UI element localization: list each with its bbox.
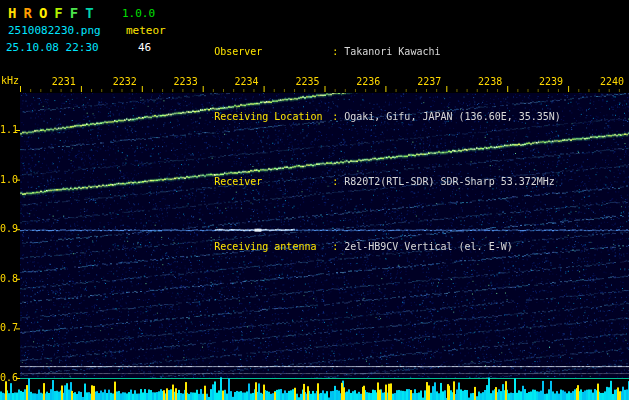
info-value: Ogaki, Gifu, JAPAN (136.60E, 35.35N) <box>344 111 561 122</box>
x-tick-label: 2232 <box>109 76 137 87</box>
filename-label: 2510082230.png <box>8 24 101 37</box>
x-tick-label: 2238 <box>474 76 502 87</box>
y-axis-unit-label: kHz <box>1 75 19 86</box>
y-tick-label: 0.9 <box>0 223 16 234</box>
y-tick-label: 0.8 <box>0 273 16 284</box>
y-tick-label: 0.7 <box>0 322 16 333</box>
info-row: Receiver:R820T2(RTL-SDR) SDR-Sharp 53.37… <box>178 162 561 201</box>
app-title-letter: H <box>8 5 16 21</box>
info-row: Receiving antenna:2el-HB9CV Vertical (el… <box>178 227 561 266</box>
x-tick-label: 2231 <box>48 76 76 87</box>
x-tick-label: 2237 <box>413 76 441 87</box>
info-value: R820T2(RTL-SDR) SDR-Sharp 53.372MHz <box>344 176 555 187</box>
info-colon: : <box>332 46 338 57</box>
datetime-label: 25.10.08 22:30 <box>6 41 99 54</box>
info-colon: : <box>332 176 338 187</box>
info-label: Observer <box>214 45 332 58</box>
y-tick-label: 1.1 <box>0 124 16 135</box>
station-info: Observer:Takanori Kawachi Receiving Loca… <box>178 6 561 292</box>
x-tick-label: 2233 <box>170 76 198 87</box>
info-row: Observer:Takanori Kawachi <box>178 32 561 71</box>
x-tick-label: 2239 <box>535 76 563 87</box>
app-title: HROFFT <box>8 5 101 21</box>
y-tick-label: 0.6 <box>0 372 16 383</box>
y-tick-label: 1.0 <box>0 174 16 185</box>
echo-count-label: 46 <box>138 41 151 54</box>
app-title-letter: O <box>39 5 47 21</box>
app-title-letter: F <box>70 5 78 21</box>
x-tick-label: 2234 <box>231 76 259 87</box>
x-tick-label: 2240 <box>596 76 624 87</box>
app-title-letter: F <box>54 5 62 21</box>
app-title-letter: T <box>85 5 93 21</box>
info-row: Receiving Location:Ogaki, Gifu, JAPAN (1… <box>178 97 561 136</box>
info-colon: : <box>332 111 338 122</box>
info-label: Receiving Location <box>214 110 332 123</box>
x-tick-label: 2236 <box>352 76 380 87</box>
info-value: 2el-HB9CV Vertical (el. E-W) <box>344 241 513 252</box>
app-title-letter: R <box>23 5 31 21</box>
x-tick-label: 2235 <box>292 76 320 87</box>
mode-label: meteor <box>126 24 166 37</box>
version-label: 1.0.0 <box>122 7 155 20</box>
info-colon: : <box>332 241 338 252</box>
info-label: Receiver <box>214 175 332 188</box>
hrofft-window: HROFFT 1.0.0 2510082230.png meteor 25.10… <box>0 0 629 400</box>
info-value: Takanori Kawachi <box>344 46 440 57</box>
info-label: Receiving antenna <box>214 240 332 253</box>
